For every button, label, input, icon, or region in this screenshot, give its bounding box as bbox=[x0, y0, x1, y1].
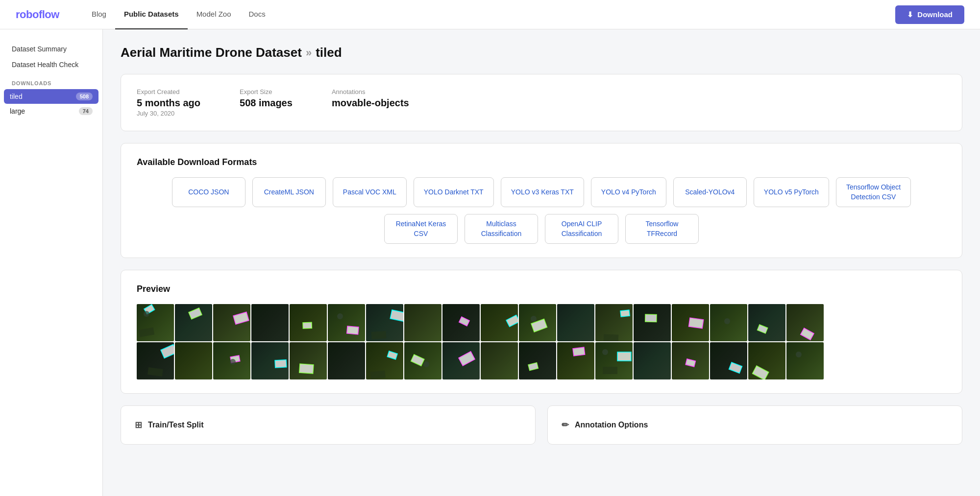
preview-image bbox=[442, 304, 480, 341]
preview-image bbox=[595, 304, 633, 341]
svg-rect-5 bbox=[175, 304, 212, 341]
sidebar-tiled-label: tiled bbox=[10, 93, 23, 100]
preview-image bbox=[328, 342, 365, 379]
annotation-card: ✏ Annotation Options bbox=[547, 405, 962, 445]
format-pascal-voc[interactable]: Pascal VOC XML bbox=[333, 177, 407, 207]
sidebar-large-label: large bbox=[10, 107, 25, 115]
preview-image bbox=[213, 342, 250, 379]
sidebar-item-dataset-summary[interactable]: Dataset Summary bbox=[0, 41, 102, 57]
preview-card: Preview // We'll generate drone-like aer… bbox=[121, 270, 962, 394]
preview-image bbox=[404, 342, 441, 379]
annotation-label: Annotation Options bbox=[575, 421, 648, 429]
svg-rect-63 bbox=[275, 360, 287, 368]
preview-image bbox=[672, 304, 709, 341]
annotations-value: movable-objects bbox=[332, 97, 409, 109]
svg-rect-8 bbox=[213, 304, 250, 341]
svg-rect-96 bbox=[710, 342, 747, 379]
sidebar-item-tiled[interactable]: tiled 508 bbox=[4, 89, 98, 104]
export-size-value: 508 images bbox=[240, 97, 293, 109]
preview-image bbox=[710, 342, 747, 379]
svg-rect-102 bbox=[786, 342, 824, 379]
download-button[interactable]: ⬇ Download bbox=[895, 5, 964, 24]
preview-image bbox=[137, 342, 174, 379]
preview-grid: // We'll generate drone-like aerial imag… bbox=[137, 304, 946, 379]
svg-point-46 bbox=[724, 318, 730, 324]
preview-image bbox=[672, 342, 709, 379]
page-title: Aerial Maritime Drone Dataset » tiled bbox=[121, 45, 962, 60]
preview-image bbox=[748, 342, 785, 379]
format-createml-json[interactable]: CreateML JSON bbox=[252, 177, 326, 207]
export-created-value: 5 months ago bbox=[137, 97, 200, 109]
sidebar-item-large[interactable]: large 74 bbox=[0, 104, 102, 118]
logo-text: roboflow bbox=[16, 8, 59, 21]
format-yolo-v5-pytorch[interactable]: YOLO v5 PyTorch bbox=[754, 177, 829, 207]
sidebar-downloads-title: DOWNLOADS bbox=[0, 72, 102, 89]
format-scaled-yolov4[interactable]: Scaled-YOLOv4 bbox=[673, 177, 747, 207]
nav-public-datasets[interactable]: Public Datasets bbox=[115, 0, 188, 29]
format-yolo-darknet[interactable]: YOLO Darknet TXT bbox=[414, 177, 494, 207]
preview-image bbox=[328, 304, 365, 341]
svg-rect-92 bbox=[634, 342, 671, 379]
nav-model-zoo[interactable]: Model Zoo bbox=[188, 0, 240, 29]
header: roboflow Blog Public Datasets Model Zoo … bbox=[0, 0, 980, 29]
svg-point-61 bbox=[230, 359, 236, 365]
format-grid: COCO JSON CreateML JSON Pascal VOC XML Y… bbox=[137, 177, 946, 244]
format-openai-clip[interactable]: OpenAI CLIPClassification bbox=[545, 214, 618, 244]
preview-image bbox=[786, 304, 824, 341]
preview-image bbox=[175, 304, 212, 341]
logo[interactable]: roboflow bbox=[16, 8, 59, 21]
preview-image bbox=[519, 304, 556, 341]
page-title-dataset: Aerial Maritime Drone Dataset bbox=[121, 45, 302, 60]
sidebar-large-badge: 74 bbox=[79, 107, 93, 115]
svg-rect-39 bbox=[634, 304, 671, 341]
svg-rect-68 bbox=[328, 342, 365, 379]
export-created-field: Export Created 5 months ago July 30, 202… bbox=[137, 88, 200, 117]
svg-rect-38 bbox=[604, 334, 619, 342]
preview-image bbox=[748, 304, 785, 341]
sidebar: Dataset Summary Dataset Health Check DOW… bbox=[0, 29, 103, 496]
preview-image bbox=[519, 342, 556, 379]
annotations-field: Annotations movable-objects bbox=[332, 88, 409, 109]
svg-rect-15 bbox=[328, 304, 365, 341]
format-multiclass[interactable]: MulticlassClassification bbox=[465, 214, 538, 244]
preview-image bbox=[290, 304, 327, 341]
chevron-right-icon: » bbox=[306, 47, 312, 59]
svg-rect-80 bbox=[481, 342, 518, 379]
svg-rect-47 bbox=[748, 304, 785, 341]
svg-rect-16 bbox=[347, 326, 359, 334]
nav-blog[interactable]: Blog bbox=[83, 0, 115, 29]
format-coco-json[interactable]: COCO JSON bbox=[172, 177, 245, 207]
export-size-field: Export Size 508 images bbox=[240, 88, 293, 109]
preview-image bbox=[786, 342, 824, 379]
preview-image bbox=[595, 342, 633, 379]
preview-image bbox=[175, 342, 212, 379]
preview-image bbox=[634, 342, 671, 379]
annotations-label: Annotations bbox=[332, 88, 409, 95]
svg-point-103 bbox=[796, 352, 802, 357]
export-info-card: Export Created 5 months ago July 30, 202… bbox=[121, 74, 962, 131]
export-info: Export Created 5 months ago July 30, 202… bbox=[137, 88, 946, 117]
export-created-date: July 30, 2020 bbox=[137, 110, 200, 117]
svg-rect-23 bbox=[404, 304, 441, 341]
preview-row-1: // We'll generate drone-like aerial imag… bbox=[137, 304, 946, 341]
export-size-label: Export Size bbox=[240, 88, 293, 95]
preview-image bbox=[481, 342, 518, 379]
preview-image bbox=[710, 304, 747, 341]
svg-rect-66 bbox=[299, 364, 314, 374]
svg-rect-13 bbox=[303, 323, 312, 329]
format-yolo-v4-pytorch[interactable]: YOLO v4 PyTorch bbox=[591, 177, 666, 207]
preview-image bbox=[366, 304, 403, 341]
preview-image bbox=[366, 342, 403, 379]
bottom-row: ⊞ Train/Test Split ✏ Annotation Options bbox=[121, 405, 962, 445]
preview-image bbox=[290, 342, 327, 379]
format-yolo-v3-keras[interactable]: YOLO v3 Keras TXT bbox=[501, 177, 584, 207]
svg-rect-40 bbox=[645, 314, 657, 322]
sidebar-item-dataset-health[interactable]: Dataset Health Check bbox=[0, 57, 102, 72]
svg-point-3 bbox=[144, 311, 149, 317]
format-tensorflow-od[interactable]: Tensorflow ObjectDetection CSV bbox=[836, 177, 911, 207]
nav-docs[interactable]: Docs bbox=[240, 0, 274, 29]
svg-rect-57 bbox=[175, 342, 212, 379]
format-retinanet-keras[interactable]: RetinaNet KerasCSV bbox=[384, 214, 458, 244]
format-tensorflow-tfrecord[interactable]: TensorflowTFRecord bbox=[625, 214, 699, 244]
svg-rect-91 bbox=[603, 367, 617, 374]
